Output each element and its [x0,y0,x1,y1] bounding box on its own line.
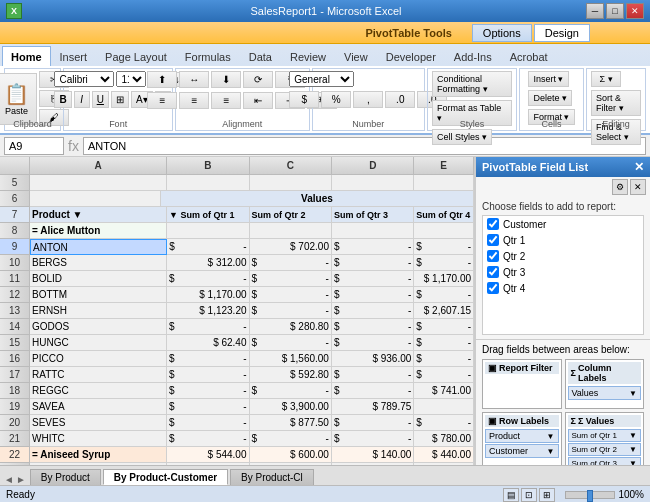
pivot-options-button[interactable]: ⚙ [612,179,628,195]
cell-a21[interactable]: WHITC [30,431,167,447]
cell-a8[interactable]: = Alice Mutton [30,223,167,239]
values-qtr2-dropdown[interactable]: ▼ [629,445,637,454]
bold-button[interactable]: B [54,91,71,108]
tab-add-ins[interactable]: Add-Ins [445,46,501,66]
pivot-field-qtr3-checkbox[interactable] [487,266,499,278]
cell-b11[interactable]: $- [167,271,249,287]
cell-c13[interactable]: $- [250,303,332,319]
row-num-9[interactable]: 9 [0,239,30,255]
formula-input[interactable] [83,137,646,155]
cell-b9[interactable]: $- [167,239,249,255]
cell-d13[interactable]: $- [332,303,414,319]
cell-b21[interactable]: $- [167,431,249,447]
cell-b12[interactable]: $ 1,170.00 [167,287,249,303]
pivot-field-customer[interactable]: Customer [483,216,643,232]
zoom-slider-thumb[interactable] [587,490,593,502]
cell-d21[interactable]: $- [332,431,414,447]
pivot-close-button[interactable]: ✕ [630,179,646,195]
autosum-button[interactable]: Σ ▾ [591,71,621,87]
cell-a11[interactable]: BOLID [30,271,167,287]
cell-styles-button[interactable]: Cell Styles ▾ [432,129,492,145]
row-num-13[interactable]: 13 [0,303,30,319]
row-customer-dropdown[interactable]: ▼ [547,447,555,456]
cell-e20[interactable]: $- [414,415,474,431]
row-num-8[interactable]: 8 [0,223,30,239]
align-middle-button[interactable]: ↔ [179,71,209,88]
percent-button[interactable]: % [321,91,351,108]
cell-c22[interactable]: $ 600.00 [250,447,332,463]
row-num-10[interactable]: 10 [0,255,30,271]
cell-a12[interactable]: BOTTM [30,287,167,303]
sheet-tab-prev-button[interactable]: ◄ [4,474,14,485]
cell-b5[interactable] [167,175,249,191]
cell-b6-values[interactable]: Values [161,191,474,207]
comma-button[interactable]: , [353,91,383,108]
cell-d23[interactable]: $ 4,412.32 [332,463,414,465]
cell-c18[interactable]: $- [250,383,332,399]
cell-e9[interactable]: $- [414,239,474,255]
cell-b23[interactable]: $ 1,768.41 [167,463,249,465]
pivot-row-labels-area[interactable]: ▣Row Labels Product ▼ Customer ▼ [482,412,562,465]
cell-e15[interactable]: $- [414,335,474,351]
pivot-field-qtr3[interactable]: Qtr 3 [483,264,643,280]
close-button[interactable]: ✕ [626,3,644,19]
cell-e14[interactable]: $- [414,319,474,335]
col-header-d[interactable]: D [332,157,414,175]
sheet-tab-next-button[interactable]: ► [16,474,26,485]
cell-c20[interactable]: $ 877.50 [250,415,332,431]
values-qtr2-item[interactable]: Sum of Qtr 2 ▼ [568,443,642,456]
font-family-select[interactable]: Calibri [54,71,114,87]
cell-a7-product[interactable]: Product ▼ [30,207,167,223]
cell-b15[interactable]: $ 62.40 [167,335,249,351]
cell-b22[interactable]: $ 544.00 [167,447,249,463]
align-center-button[interactable]: ≡ [179,92,209,109]
border-button[interactable]: ⊞ [111,91,129,108]
page-layout-button[interactable]: ⊡ [521,488,537,502]
values-qtr3-item[interactable]: Sum of Qtr 3 ▼ [568,457,642,465]
cell-c19[interactable]: $ 3,900.00 [250,399,332,415]
cell-a19[interactable]: SAVEA [30,399,167,415]
tab-review[interactable]: Review [281,46,335,66]
cell-e12[interactable]: $- [414,287,474,303]
cell-b17[interactable]: $- [167,367,249,383]
row-num-6[interactable]: 6 [0,191,30,207]
cell-a18[interactable]: REGGC [30,383,167,399]
cell-a5[interactable] [30,175,167,191]
row-num-11[interactable]: 11 [0,271,30,287]
pivot-panel-close-button[interactable]: ✕ [634,160,644,174]
align-right-button[interactable]: ≡ [211,92,241,109]
tab-insert[interactable]: Insert [51,46,97,66]
tab-home[interactable]: Home [2,46,51,66]
pivot-tab-design[interactable]: Design [534,24,590,42]
cell-a23[interactable]: = Boston Crab Meat [30,463,167,465]
pivot-tab-options[interactable]: Options [472,24,532,42]
cell-a22[interactable]: = Aniseed Syrup [30,447,167,463]
cell-b16[interactable]: $- [167,351,249,367]
values-qtr1-item[interactable]: Sum of Qtr 1 ▼ [568,429,642,442]
col-header-b[interactable]: B [167,157,249,175]
cell-a15[interactable]: HUNGC [30,335,167,351]
cell-b7-qtr1[interactable]: ▼ Sum of Qtr 1 [167,207,249,223]
cell-c5[interactable] [250,175,332,191]
cell-c16[interactable]: $ 1,560.00 [250,351,332,367]
row-num-20[interactable]: 20 [0,415,30,431]
pivot-field-qtr1[interactable]: Qtr 1 [483,232,643,248]
delete-cells-button[interactable]: Delete ▾ [528,90,572,106]
values-qtr3-dropdown[interactable]: ▼ [629,459,637,465]
cell-e10[interactable]: $- [414,255,474,271]
row-customer-item[interactable]: Customer ▼ [485,444,559,458]
cell-b18[interactable]: $- [167,383,249,399]
cell-a10[interactable]: BERGS [30,255,167,271]
cell-e8[interactable] [414,223,474,239]
pivot-field-qtr2[interactable]: Qtr 2 [483,248,643,264]
cell-c11[interactable]: $- [250,271,332,287]
cell-d18[interactable]: $- [332,383,414,399]
values-qtr1-dropdown[interactable]: ▼ [629,431,637,440]
cell-b19[interactable]: $- [167,399,249,415]
cell-d12[interactable]: $- [332,287,414,303]
cell-a6[interactable] [30,191,161,207]
cell-d10[interactable]: $- [332,255,414,271]
pivot-values-area[interactable]: ΣΣ Values Sum of Qtr 1 ▼ Sum of Qtr 2 ▼ … [565,412,645,465]
tab-page-layout[interactable]: Page Layout [96,46,176,66]
cell-a20[interactable]: SEVES [30,415,167,431]
